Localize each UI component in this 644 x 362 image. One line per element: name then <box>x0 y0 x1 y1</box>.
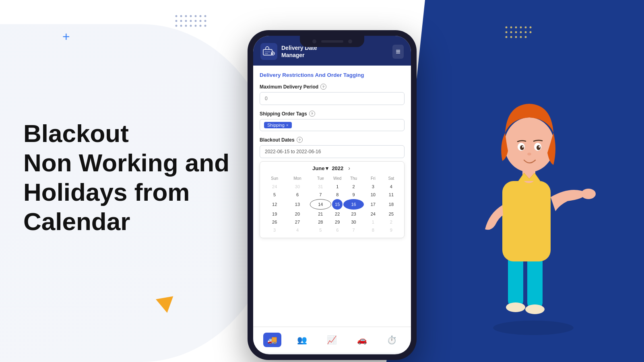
calendar-day[interactable]: 9 <box>343 191 364 198</box>
bottom-navigation: 🚚 👥 📈 🚗 ⏱️ <box>253 327 411 353</box>
calendar-day[interactable]: 4 <box>382 183 400 190</box>
tag-close-button[interactable]: × <box>286 123 289 128</box>
nav-item-stats[interactable]: 📈 <box>323 333 341 347</box>
svg-point-11 <box>195 20 197 22</box>
plus-left-icon: + <box>62 30 70 43</box>
svg-point-24 <box>520 27 522 29</box>
calendar-day[interactable]: 27 <box>286 218 309 226</box>
calendar-day[interactable]: 6 <box>286 191 309 198</box>
logo-icon <box>260 43 277 60</box>
nav-item-user[interactable]: 👥 <box>293 333 311 347</box>
svg-point-50 <box>520 145 524 150</box>
calendar-day[interactable]: 24 <box>365 210 382 218</box>
svg-point-55 <box>581 189 596 199</box>
calendar-next-button[interactable]: › <box>347 165 352 171</box>
calendar-day[interactable]: 26 <box>264 218 285 226</box>
month-chevron: ▾ <box>326 165 328 171</box>
calendar-day[interactable]: 5 <box>264 191 285 198</box>
calendar-week-4: 262728293012 <box>264 218 400 226</box>
svg-point-6 <box>204 15 206 17</box>
calendar-body: 2430311234567891011121314151617181920212… <box>264 183 400 234</box>
calendar-header-row: Sun Mon Tue Wed Thu Fri Sat <box>264 175 400 182</box>
svg-point-1 <box>180 15 182 17</box>
phone-screen: Delivery Date Manager ≡ Delivery Restric… <box>253 36 411 354</box>
calendar-week-3: 19202122232425 <box>264 210 400 218</box>
max-delivery-input[interactable] <box>260 92 405 105</box>
svg-point-44 <box>506 302 525 312</box>
svg-point-35 <box>515 36 517 38</box>
svg-point-27 <box>506 31 508 33</box>
calendar-day[interactable]: 17 <box>365 199 382 210</box>
calendar-day[interactable]: 1 <box>332 183 343 190</box>
blackout-date-input[interactable]: 2022-06-15 to 2022-06-16 <box>260 145 405 158</box>
character-illustration <box>459 48 612 338</box>
calendar-day[interactable]: 15 <box>332 199 343 210</box>
hero-line1: Blackout <box>23 119 129 147</box>
max-delivery-help-icon[interactable]: ? <box>320 84 326 90</box>
calendar-day[interactable]: 7 <box>343 226 364 234</box>
day-header-fri: Fri <box>365 175 382 182</box>
hero-line4: Calendar <box>23 208 130 235</box>
svg-point-15 <box>180 25 182 27</box>
calendar-header: June ▾ 2022 › <box>263 165 401 171</box>
calendar-day[interactable]: 24 <box>264 183 285 190</box>
calendar-day[interactable]: 2 <box>343 183 364 190</box>
shipping-tags-help-icon[interactable]: ? <box>309 111 315 117</box>
svg-point-13 <box>204 20 206 22</box>
svg-point-20 <box>204 25 206 27</box>
app-main-content: Delivery Restrictions And Order Tagging … <box>253 66 411 327</box>
calendar-day[interactable]: 12 <box>264 199 285 210</box>
calendar-day[interactable]: 3 <box>365 183 382 190</box>
calendar-day[interactable]: 5 <box>310 226 332 234</box>
calendar-day[interactable]: 14 <box>310 199 332 210</box>
car-nav-icon: 🚗 <box>357 335 367 345</box>
blackout-dates-help-icon[interactable]: ? <box>297 137 303 143</box>
svg-point-22 <box>510 27 512 29</box>
calendar-day[interactable]: 6 <box>332 226 343 234</box>
calendar-day[interactable]: 16 <box>343 199 364 210</box>
svg-point-51 <box>537 145 541 150</box>
shipping-tags-label: Shipping Order Tags ? <box>260 111 405 117</box>
calendar-day[interactable]: 21 <box>310 210 332 218</box>
hero-line2: Non Working and <box>23 149 229 177</box>
calendar-day[interactable]: 19 <box>264 210 285 218</box>
nav-item-delivery[interactable]: 🚚 <box>263 333 281 347</box>
svg-point-16 <box>185 25 187 27</box>
hamburger-button[interactable]: ≡ <box>392 45 404 59</box>
svg-point-53 <box>539 146 540 148</box>
calendar-day[interactable]: 22 <box>332 210 343 218</box>
month-selector[interactable]: June ▾ <box>312 165 328 171</box>
calendar-day[interactable]: 3 <box>264 226 285 234</box>
calendar-day[interactable]: 9 <box>382 226 400 234</box>
calendar-day[interactable]: 7 <box>310 191 332 198</box>
calendar-day[interactable]: 30 <box>343 218 364 226</box>
speaker <box>321 40 343 43</box>
tag-text: Shipping <box>267 123 285 128</box>
nav-item-car[interactable]: 🚗 <box>353 333 371 347</box>
shipping-tags-input[interactable]: Shipping × <box>260 119 405 131</box>
calendar-day[interactable]: 28 <box>310 218 332 226</box>
svg-rect-41 <box>527 253 543 310</box>
svg-point-7 <box>175 20 178 22</box>
calendar-day[interactable]: 10 <box>365 191 382 198</box>
calendar-day[interactable]: 11 <box>382 191 400 198</box>
hero-line3: Holidays from <box>23 178 190 206</box>
svg-point-8 <box>180 20 182 22</box>
svg-point-18 <box>195 25 197 27</box>
camera-left <box>312 39 316 43</box>
calendar-day[interactable]: 29 <box>332 218 343 226</box>
calendar-day[interactable]: 1 <box>365 218 382 226</box>
calendar-day[interactable]: 2 <box>382 218 400 226</box>
calendar-day[interactable]: 4 <box>286 226 309 234</box>
nav-item-time[interactable]: ⏱️ <box>383 333 401 347</box>
calendar-day[interactable]: 30 <box>286 183 309 190</box>
calendar-day[interactable]: 31 <box>310 183 332 190</box>
calendar-day[interactable]: 25 <box>382 210 400 218</box>
phone-outer-shell: Delivery Date Manager ≡ Delivery Restric… <box>248 30 417 360</box>
calendar-day[interactable]: 23 <box>343 210 364 218</box>
calendar-day[interactable]: 13 <box>286 199 309 210</box>
calendar-day[interactable]: 20 <box>286 210 309 218</box>
calendar-day[interactable]: 8 <box>332 191 343 198</box>
calendar-day[interactable]: 8 <box>365 226 382 234</box>
calendar-day[interactable]: 18 <box>382 199 400 210</box>
